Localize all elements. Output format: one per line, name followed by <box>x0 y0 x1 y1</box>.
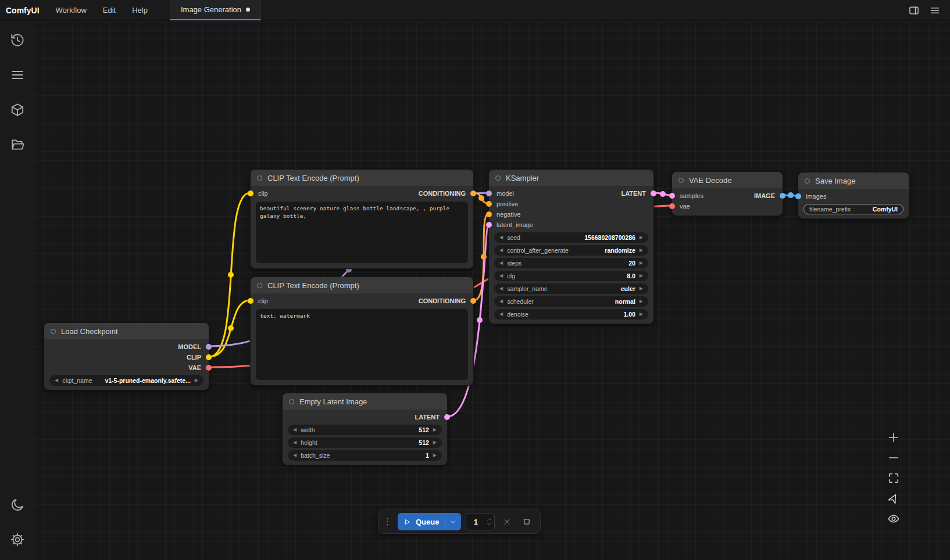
queue-button[interactable]: Queue <box>398 513 461 530</box>
decrement-icon[interactable]: ◀ <box>293 428 297 432</box>
toggle-visibility-eye-icon[interactable] <box>887 512 900 525</box>
panel-toggle-icon[interactable] <box>908 5 920 16</box>
batch-count-spinner[interactable]: 1 <box>466 513 495 530</box>
widget-batch-size[interactable]: ◀ batch_size 1 ▶ <box>288 450 442 461</box>
widget-sampler-name[interactable]: ◀ sampler_name euler ▶ <box>494 283 648 294</box>
input-port-negative[interactable] <box>486 211 492 217</box>
stop-queue-icon[interactable] <box>519 514 534 529</box>
collapse-dot[interactable] <box>289 399 294 404</box>
input-port-latent-image[interactable] <box>486 222 492 228</box>
next-value-icon[interactable]: ▶ <box>640 299 643 304</box>
collapse-dot[interactable] <box>257 283 262 288</box>
output-port-latent[interactable] <box>651 191 656 196</box>
widget-cfg[interactable]: ◀ cfg 8.0 ▶ <box>494 271 648 281</box>
node-canvas[interactable]: Load Checkpoint MODEL CLIP VAE ◀ ckpt_na… <box>35 21 950 560</box>
menu-help[interactable]: Help <box>124 0 156 20</box>
node-ksampler[interactable]: KSampler model LATENT positive negative … <box>488 169 654 324</box>
prompt-text-area[interactable]: text, watermark <box>256 309 468 380</box>
increment-icon[interactable]: ▶ <box>640 235 643 240</box>
decrement-icon[interactable]: ◀ <box>293 440 297 445</box>
collapse-dot[interactable] <box>495 175 501 181</box>
collapse-dot[interactable] <box>678 178 684 183</box>
output-port-clip[interactable] <box>206 354 212 360</box>
node-title-bar[interactable]: CLIP Text Encode (Prompt) <box>251 170 473 186</box>
settings-gear-icon[interactable] <box>10 532 25 547</box>
input-port-vae[interactable] <box>669 203 675 209</box>
decrement-icon[interactable]: ◀ <box>499 274 503 278</box>
zoom-in-icon[interactable] <box>887 431 900 444</box>
output-port-conditioning[interactable] <box>470 298 476 304</box>
input-port-model[interactable] <box>486 191 492 196</box>
decrement-icon[interactable]: ◀ <box>293 453 297 458</box>
node-empty-latent-image[interactable]: Empty Latent Image LATENT ◀ width 512 ▶ … <box>282 393 448 465</box>
output-port-image[interactable] <box>780 193 785 199</box>
node-clip-text-encode-positive[interactable]: CLIP Text Encode (Prompt) clip CONDITION… <box>250 169 474 269</box>
workflows-folder-icon[interactable] <box>10 137 25 152</box>
widget-control-after-generate[interactable]: ◀ control_after_generate randomize ▶ <box>494 245 648 256</box>
queue-history-icon[interactable] <box>10 33 25 48</box>
collapse-dot[interactable] <box>805 178 810 184</box>
widget-width[interactable]: ◀ width 512 ▶ <box>288 425 442 435</box>
prompt-text-area[interactable]: beautiful scenery nature glass bottle la… <box>256 202 468 263</box>
node-library-icon[interactable] <box>10 67 25 82</box>
node-save-image[interactable]: Save Image images filename_prefix ComfyU… <box>798 172 909 219</box>
toolbar-drag-handle-icon[interactable]: ⋮ <box>382 516 393 527</box>
output-port-vae[interactable] <box>206 365 212 371</box>
prev-value-icon[interactable]: ◀ <box>499 299 503 304</box>
queue-options-chevron-icon[interactable] <box>445 518 461 526</box>
next-value-icon[interactable]: ▶ <box>640 248 643 253</box>
widget-seed[interactable]: ◀ seed 156680208700286 ▶ <box>494 232 648 243</box>
node-title-bar[interactable]: Load Checkpoint <box>44 323 209 339</box>
output-port-model[interactable] <box>206 344 212 350</box>
widget-steps[interactable]: ◀ steps 20 ▶ <box>494 258 648 268</box>
decrement-icon[interactable]: ◀ <box>499 312 503 317</box>
widget-filename-prefix[interactable]: filename_prefix ComfyUI <box>803 204 903 214</box>
input-port-images[interactable] <box>795 193 801 199</box>
collapse-dot[interactable] <box>257 175 262 181</box>
increment-icon[interactable]: ▶ <box>433 428 437 432</box>
widget-scheduler[interactable]: ◀ scheduler normal ▶ <box>494 296 648 307</box>
tab-image-generation[interactable]: Image Generation <box>170 0 261 20</box>
decrement-icon[interactable]: ◀ <box>499 235 503 240</box>
menu-workflow[interactable]: Workflow <box>48 0 95 20</box>
widget-ckpt-name[interactable]: ◀ ckpt_name v1-5-pruned-emaonly.safete..… <box>49 375 203 386</box>
node-clip-text-encode-negative[interactable]: CLIP Text Encode (Prompt) clip CONDITION… <box>250 277 474 386</box>
output-port-conditioning[interactable] <box>470 191 476 196</box>
next-value-icon[interactable]: ▶ <box>195 378 198 383</box>
node-title-bar[interactable]: CLIP Text Encode (Prompt) <box>251 277 473 293</box>
increment-icon[interactable]: ▶ <box>640 274 643 278</box>
increment-icon[interactable]: ▶ <box>433 440 437 445</box>
stepper-up-icon[interactable] <box>487 518 492 521</box>
theme-toggle-moon-icon[interactable] <box>10 497 25 512</box>
input-port-clip[interactable] <box>248 298 253 304</box>
prev-value-icon[interactable]: ◀ <box>499 248 503 253</box>
node-load-checkpoint[interactable]: Load Checkpoint MODEL CLIP VAE ◀ ckpt_na… <box>44 322 209 390</box>
fit-view-icon[interactable] <box>887 472 900 484</box>
prev-value-icon[interactable]: ◀ <box>55 378 58 383</box>
node-title-bar[interactable]: Empty Latent Image <box>283 393 447 410</box>
stepper-down-icon[interactable] <box>487 522 492 526</box>
node-title-bar[interactable]: VAE Decode <box>672 172 783 188</box>
hamburger-menu-icon[interactable] <box>929 5 941 16</box>
decrement-icon[interactable]: ◀ <box>499 261 503 265</box>
menu-edit[interactable]: Edit <box>95 0 124 20</box>
increment-icon[interactable]: ▶ <box>640 312 643 317</box>
collapse-dot[interactable] <box>51 329 56 334</box>
select-mode-cursor-icon[interactable] <box>887 492 900 505</box>
model-library-icon[interactable] <box>10 102 25 117</box>
input-port-clip[interactable] <box>248 191 253 196</box>
input-port-samples[interactable] <box>669 193 675 199</box>
output-port-latent[interactable] <box>444 414 450 420</box>
zoom-out-icon[interactable] <box>887 451 900 464</box>
increment-icon[interactable]: ▶ <box>433 453 437 458</box>
widget-denoise[interactable]: ◀ denoise 1.00 ▶ <box>494 309 648 320</box>
cancel-run-icon[interactable] <box>499 514 515 529</box>
prev-value-icon[interactable]: ◀ <box>499 286 503 291</box>
node-title-bar[interactable]: KSampler <box>489 170 653 186</box>
node-title-bar[interactable]: Save Image <box>798 173 909 189</box>
increment-icon[interactable]: ▶ <box>640 261 643 265</box>
input-port-positive[interactable] <box>486 201 492 207</box>
widget-height[interactable]: ◀ height 512 ▶ <box>288 437 442 448</box>
next-value-icon[interactable]: ▶ <box>640 286 643 291</box>
node-vae-decode[interactable]: VAE Decode samples IMAGE vae <box>672 171 783 216</box>
